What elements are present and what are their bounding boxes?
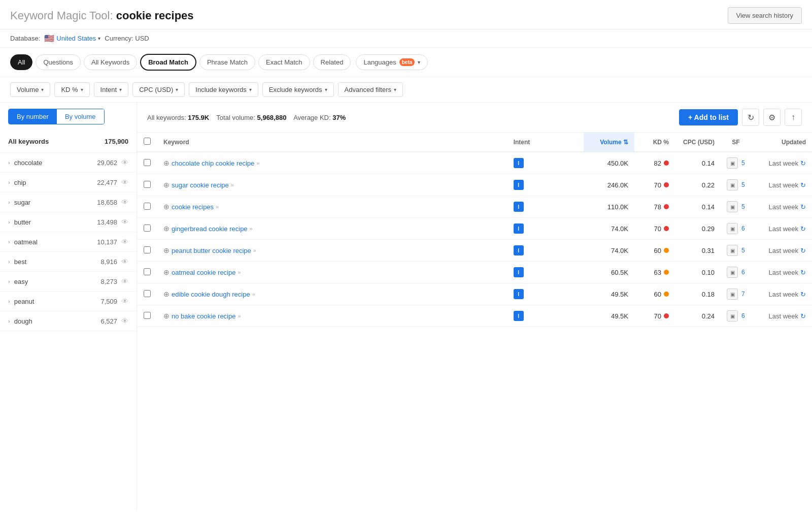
sf-number[interactable]: 5	[741, 247, 745, 254]
eye-icon[interactable]: 👁	[121, 297, 128, 305]
sf-number[interactable]: 7	[741, 291, 745, 298]
row-refresh-icon[interactable]: ↻	[800, 269, 806, 276]
row-checkbox[interactable]	[144, 290, 151, 297]
sf-number[interactable]: 6	[741, 269, 745, 276]
tab-questions[interactable]: Questions	[36, 54, 81, 70]
keyword-link[interactable]: ⊕ gingerbread cookie recipe »	[163, 224, 501, 233]
export-button[interactable]: ↑	[785, 109, 802, 126]
sidebar-item[interactable]: › peanut 7,509 👁	[0, 292, 137, 311]
select-all-checkbox[interactable]	[144, 138, 151, 145]
sf-icon[interactable]: ▣	[727, 245, 738, 256]
sf-icon[interactable]: ▣	[727, 223, 738, 234]
row-checkbox[interactable]	[144, 246, 151, 253]
advanced-filters-button[interactable]: Advanced filters ▾	[338, 82, 403, 97]
kd-filter[interactable]: KD % ▾	[54, 82, 89, 97]
sf-cell: ▣ 5	[721, 174, 751, 196]
eye-icon[interactable]: 👁	[121, 238, 128, 246]
eye-icon[interactable]: 👁	[121, 178, 128, 186]
intent-filter[interactable]: Intent ▾	[94, 82, 129, 97]
intent-cell: I	[507, 262, 584, 283]
keyword-link[interactable]: ⊕ chocolate chip cookie recipe »	[163, 159, 501, 167]
sf-icon[interactable]: ▣	[727, 288, 738, 300]
row-refresh-icon[interactable]: ↻	[800, 159, 806, 167]
languages-button[interactable]: Languages beta ▾	[356, 54, 428, 70]
kd-cell: 70	[634, 174, 675, 196]
sidebar-item[interactable]: › butter 13,498 👁	[0, 212, 137, 232]
eye-icon[interactable]: 👁	[121, 218, 128, 226]
eye-icon[interactable]: 👁	[121, 317, 128, 325]
sf-icon[interactable]: ▣	[727, 179, 738, 190]
kd-dot-icon	[664, 313, 669, 318]
include-keywords-filter[interactable]: Include keywords ▾	[189, 82, 258, 97]
row-refresh-icon[interactable]: ↻	[800, 181, 806, 189]
sidebar-item[interactable]: › easy 8,273 👁	[0, 272, 137, 292]
row-refresh-icon[interactable]: ↻	[800, 203, 806, 211]
keyword-cell: ⊕ peanut butter cookie recipe »	[157, 240, 507, 262]
kd-dot-icon	[664, 160, 669, 166]
refresh-button[interactable]: ↻	[742, 109, 759, 126]
tab-related[interactable]: Related	[313, 54, 351, 70]
kd-filter-label: KD %	[61, 86, 78, 93]
row-checkbox[interactable]	[144, 181, 151, 188]
keyword-link[interactable]: ⊕ oatmeal cookie recipe »	[163, 268, 501, 276]
sidebar-item[interactable]: › dough 6,527 👁	[0, 311, 137, 331]
settings-button[interactable]: ⚙	[763, 109, 781, 126]
volume-column-header[interactable]: Volume ⇅	[584, 133, 634, 152]
keyword-link[interactable]: ⊕ sugar cookie recipe »	[163, 181, 501, 189]
sf-number[interactable]: 5	[741, 159, 745, 167]
keyword-link[interactable]: ⊕ cookie recipes »	[163, 203, 501, 211]
sidebar-item-label: dough	[14, 317, 32, 325]
tab-all-keywords[interactable]: All Keywords	[84, 54, 137, 70]
exclude-filter-arrow: ▾	[325, 87, 327, 92]
cpc-filter[interactable]: CPC (USD) ▾	[132, 82, 185, 97]
row-checkbox[interactable]	[144, 268, 151, 275]
country-selector[interactable]: 🇺🇸 United States ▾	[44, 34, 100, 43]
add-to-list-button[interactable]: + Add to list	[679, 109, 738, 125]
by-number-button[interactable]: By number	[9, 109, 57, 124]
by-volume-button[interactable]: By volume	[57, 109, 104, 124]
row-refresh-icon[interactable]: ↻	[800, 247, 806, 254]
row-checkbox[interactable]	[144, 159, 151, 166]
row-checkbox[interactable]	[144, 203, 151, 210]
eye-icon[interactable]: 👁	[121, 158, 128, 167]
exclude-keywords-filter[interactable]: Exclude keywords ▾	[262, 82, 334, 97]
keyword-link[interactable]: ⊕ no bake cookie recipe »	[163, 312, 501, 320]
advanced-filters-label: Advanced filters	[345, 86, 392, 93]
sf-icon[interactable]: ▣	[727, 201, 738, 212]
sidebar-item[interactable]: › sugar 18,658 👁	[0, 192, 137, 212]
volume-filter[interactable]: Volume ▾	[10, 82, 50, 97]
sf-icon[interactable]: ▣	[727, 267, 738, 278]
view-history-button[interactable]: View search history	[728, 7, 802, 24]
row-checkbox[interactable]	[144, 224, 151, 232]
sf-number[interactable]: 5	[741, 203, 745, 210]
sf-icon[interactable]: ▣	[727, 157, 738, 169]
eye-icon[interactable]: 👁	[121, 277, 128, 285]
sidebar-item[interactable]: › oatmeal 10,137 👁	[0, 232, 137, 252]
country-dropdown-icon: ▾	[98, 36, 100, 41]
row-refresh-icon[interactable]: ↻	[800, 312, 806, 320]
sf-number[interactable]: 6	[741, 312, 745, 319]
eye-icon[interactable]: 👁	[121, 198, 128, 206]
sf-number[interactable]: 5	[741, 181, 745, 188]
intent-badge: I	[514, 311, 524, 321]
row-refresh-icon[interactable]: ↻	[800, 291, 806, 298]
sf-icon[interactable]: ▣	[727, 310, 738, 322]
intent-badge: I	[514, 202, 524, 212]
row-checkbox[interactable]	[144, 312, 151, 319]
tab-all[interactable]: All	[10, 54, 32, 70]
row-checkbox-cell	[137, 152, 157, 174]
kd-cell: 60	[634, 283, 675, 305]
sf-number[interactable]: 6	[741, 225, 745, 232]
tab-phrase-match[interactable]: Phrase Match	[199, 54, 255, 70]
updated-column-header: Updated	[751, 133, 812, 152]
row-refresh-icon[interactable]: ↻	[800, 225, 806, 233]
kd-cell: 60	[634, 240, 675, 262]
sidebar-item[interactable]: › best 8,916 👁	[0, 252, 137, 272]
sidebar-item[interactable]: › chocolate 29,062 👁	[0, 153, 137, 173]
keyword-link[interactable]: ⊕ edible cookie dough recipe »	[163, 290, 501, 298]
tab-exact-match[interactable]: Exact Match	[258, 54, 310, 70]
sidebar-item[interactable]: › chip 22,477 👁	[0, 173, 137, 192]
eye-icon[interactable]: 👁	[121, 258, 128, 266]
keyword-link[interactable]: ⊕ peanut butter cookie recipe »	[163, 246, 501, 254]
tab-broad-match[interactable]: Broad Match	[140, 54, 196, 71]
